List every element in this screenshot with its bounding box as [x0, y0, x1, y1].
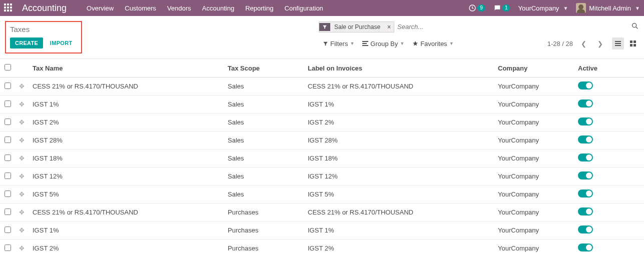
cell-tax-name: IGST 12%	[29, 168, 224, 186]
funnel-icon	[319, 23, 330, 31]
discuss-button[interactable]: 1	[493, 4, 510, 12]
svg-line-2	[636, 27, 637, 28]
cell-tax-scope: Sales	[224, 96, 304, 114]
activity-count: 9	[477, 4, 485, 12]
company-switcher[interactable]: YourCompany ▼	[518, 4, 568, 12]
table-row[interactable]: ✥CESS 21% or RS.4170/THOUSANDSalesCESS 2…	[0, 78, 644, 96]
active-toggle[interactable]	[578, 226, 593, 234]
facet-remove[interactable]: ×	[384, 24, 394, 30]
search-input[interactable]	[394, 21, 639, 32]
col-tax-name[interactable]: Tax Name	[29, 59, 224, 78]
table-row[interactable]: ✥IGST 28%SalesIGST 28%YourCompany	[0, 132, 644, 150]
table-row[interactable]: ✥IGST 1%PurchasesIGST 1%YourCompany	[0, 222, 644, 240]
active-toggle[interactable]	[578, 244, 593, 252]
active-toggle[interactable]	[578, 82, 593, 90]
drag-handle-icon[interactable]: ✥	[15, 132, 29, 150]
drag-handle-icon[interactable]: ✥	[15, 150, 29, 168]
table-row[interactable]: ✥IGST 1%SalesIGST 1%YourCompany	[0, 96, 644, 114]
top-navbar: Accounting Overview Customers Vendors Ac…	[0, 0, 644, 16]
col-company[interactable]: Company	[494, 59, 574, 78]
table-row[interactable]: ✥IGST 18%SalesIGST 18%YourCompany	[0, 150, 644, 168]
row-checkbox[interactable]	[5, 136, 11, 143]
cell-tax-name: IGST 2%	[29, 114, 224, 132]
drag-handle-icon[interactable]: ✥	[15, 186, 29, 204]
control-panel: Taxes CREATE IMPORT Sale or Purchase × F…	[0, 16, 644, 54]
drag-handle-icon[interactable]: ✥	[15, 96, 29, 114]
active-toggle[interactable]	[578, 172, 593, 180]
list-view-button[interactable]	[612, 38, 624, 50]
drag-handle-icon[interactable]: ✥	[15, 168, 29, 186]
active-toggle[interactable]	[578, 208, 593, 216]
select-all-checkbox[interactable]	[5, 64, 11, 70]
col-tax-scope[interactable]: Tax Scope	[224, 59, 304, 78]
table-row[interactable]: ✥IGST 2%SalesIGST 2%YourCompany	[0, 114, 644, 132]
drag-handle-icon[interactable]: ✥	[15, 222, 29, 240]
chevron-down-icon: ▼	[350, 41, 354, 46]
cell-tax-scope: Sales	[224, 114, 304, 132]
kanban-view-button[interactable]	[627, 38, 639, 50]
row-checkbox[interactable]	[5, 154, 11, 161]
cell-tax-scope: Purchases	[224, 222, 304, 240]
chevron-down-icon: ▼	[635, 6, 640, 11]
cell-tax-name: IGST 28%	[29, 132, 224, 150]
row-checkbox[interactable]	[5, 190, 11, 197]
pager: 1-28 / 28 ❮ ❯	[547, 39, 606, 48]
cell-company: YourCompany	[494, 150, 574, 168]
cell-company: YourCompany	[494, 204, 574, 222]
create-button[interactable]: CREATE	[10, 38, 43, 48]
menu-accounting[interactable]: Accounting	[202, 4, 234, 12]
activity-button[interactable]: 9	[468, 4, 485, 12]
cell-tax-scope: Sales	[224, 186, 304, 204]
menu-reporting[interactable]: Reporting	[245, 4, 273, 12]
row-checkbox[interactable]	[5, 82, 11, 89]
pager-next[interactable]: ❯	[594, 39, 606, 48]
col-label[interactable]: Label on Invoices	[304, 59, 494, 78]
table-row[interactable]: ✥CESS 21% or RS.4170/THOUSANDPurchasesCE…	[0, 204, 644, 222]
active-toggle[interactable]	[578, 190, 593, 198]
pager-text: 1-28 / 28	[547, 40, 573, 48]
active-toggle[interactable]	[578, 100, 593, 108]
drag-handle-icon[interactable]: ✥	[15, 114, 29, 132]
drag-handle-icon[interactable]: ✥	[15, 204, 29, 222]
table-row[interactable]: ✥IGST 2%PurchasesIGST 2%YourCompany	[0, 240, 644, 254]
filters-button[interactable]: Filters ▼	[319, 38, 358, 50]
menu-overview[interactable]: Overview	[87, 4, 114, 12]
cell-tax-scope: Sales	[224, 150, 304, 168]
menu-configuration[interactable]: Configuration	[285, 4, 323, 12]
row-checkbox[interactable]	[5, 172, 11, 179]
cell-tax-scope: Sales	[224, 78, 304, 96]
active-toggle[interactable]	[578, 118, 593, 126]
groupby-button[interactable]: Group By ▼	[358, 38, 408, 50]
row-checkbox[interactable]	[5, 226, 11, 233]
cell-label: IGST 2%	[304, 114, 494, 132]
drag-handle-icon[interactable]: ✥	[15, 240, 29, 254]
menu-customers[interactable]: Customers	[125, 4, 156, 12]
user-name: Mitchell Admin	[589, 4, 631, 12]
row-checkbox[interactable]	[5, 100, 11, 107]
row-checkbox[interactable]	[5, 208, 11, 215]
search-area: Sale or Purchase × Filters ▼ Group By ▼ …	[82, 21, 639, 50]
active-toggle[interactable]	[578, 136, 593, 144]
menu-vendors[interactable]: Vendors	[167, 4, 191, 12]
facet-label: Sale or Purchase	[330, 22, 384, 32]
pager-prev[interactable]: ❮	[578, 39, 589, 48]
funnel-icon	[323, 41, 328, 46]
col-active[interactable]: Active	[574, 59, 644, 78]
import-button[interactable]: IMPORT	[45, 38, 78, 48]
search-icon[interactable]	[631, 22, 639, 32]
user-menu[interactable]: Mitchell Admin ▼	[576, 3, 640, 13]
active-toggle[interactable]	[578, 154, 593, 162]
drag-handle-icon[interactable]: ✥	[15, 78, 29, 96]
row-checkbox[interactable]	[5, 244, 11, 251]
cell-company: YourCompany	[494, 186, 574, 204]
row-checkbox[interactable]	[5, 118, 11, 125]
control-left-highlight: Taxes CREATE IMPORT	[5, 21, 82, 54]
cell-company: YourCompany	[494, 78, 574, 96]
breadcrumb: Taxes	[10, 25, 77, 34]
favorites-button[interactable]: Favorites ▼	[408, 38, 457, 50]
cell-label: IGST 2%	[304, 240, 494, 254]
table-row[interactable]: ✥IGST 5%SalesIGST 5%YourCompany	[0, 186, 644, 204]
app-brand[interactable]: Accounting	[22, 3, 67, 14]
apps-icon[interactable]	[4, 4, 13, 12]
table-row[interactable]: ✥IGST 12%SalesIGST 12%YourCompany	[0, 168, 644, 186]
